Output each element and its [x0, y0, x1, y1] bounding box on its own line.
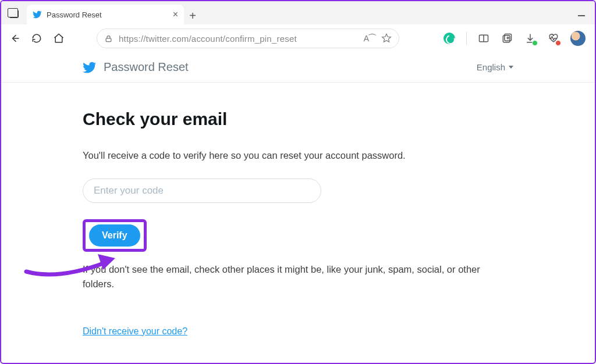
chevron-down-icon	[509, 66, 513, 69]
page-title: Password Reset	[104, 60, 189, 74]
subtext: You'll receive a code to verify here so …	[83, 150, 513, 161]
resend-code-link[interactable]: Didn't receive your code?	[83, 326, 187, 337]
language-selector[interactable]: English	[477, 62, 513, 72]
language-label: English	[477, 62, 505, 72]
favorite-icon[interactable]	[381, 33, 392, 44]
downloads-icon[interactable]	[524, 32, 537, 45]
browser-toolbar: https://twitter.com/account/confirm_pin_…	[1, 24, 595, 52]
new-tab-button[interactable]: +	[184, 7, 201, 24]
browser-tab[interactable]: Password Reset ×	[27, 5, 184, 24]
download-complete-badge	[532, 40, 538, 46]
window-minimize-button[interactable]	[568, 7, 595, 24]
url-text: https://twitter.com/account/confirm_pin_…	[119, 34, 297, 44]
alert-badge	[555, 40, 561, 46]
twitter-favicon-icon	[33, 10, 42, 19]
heart-rate-icon[interactable]	[547, 32, 560, 45]
back-button[interactable]	[7, 31, 22, 46]
split-screen-icon[interactable]	[477, 32, 490, 45]
annotation-highlight: Verify	[83, 219, 147, 252]
read-aloud-icon[interactable]: A⁀	[364, 34, 375, 43]
tab-actions-icon[interactable]	[3, 3, 24, 24]
verify-button[interactable]: Verify	[89, 224, 140, 247]
tab-title: Password Reset	[47, 10, 168, 19]
browser-tab-strip: Password Reset × +	[1, 1, 595, 24]
svg-rect-0	[106, 38, 111, 41]
heading: Check your email	[83, 109, 513, 129]
address-bar[interactable]: https://twitter.com/account/confirm_pin_…	[97, 28, 399, 48]
refresh-button[interactable]	[29, 31, 44, 46]
home-button[interactable]	[51, 31, 66, 46]
code-input[interactable]	[83, 179, 321, 203]
page-content: Check your email You'll receive a code t…	[1, 83, 595, 363]
twitter-logo-icon	[83, 60, 97, 74]
help-text: If you don't see the email, check other …	[83, 262, 513, 291]
grammarly-icon[interactable]	[443, 32, 456, 45]
page-header: Password Reset English	[1, 52, 595, 83]
collections-icon[interactable]	[501, 32, 513, 45]
profile-avatar[interactable]	[570, 31, 586, 46]
lock-icon	[104, 34, 113, 43]
toolbar-divider	[466, 32, 467, 45]
close-tab-icon[interactable]: ×	[173, 10, 178, 19]
toolbar-right	[443, 31, 589, 46]
